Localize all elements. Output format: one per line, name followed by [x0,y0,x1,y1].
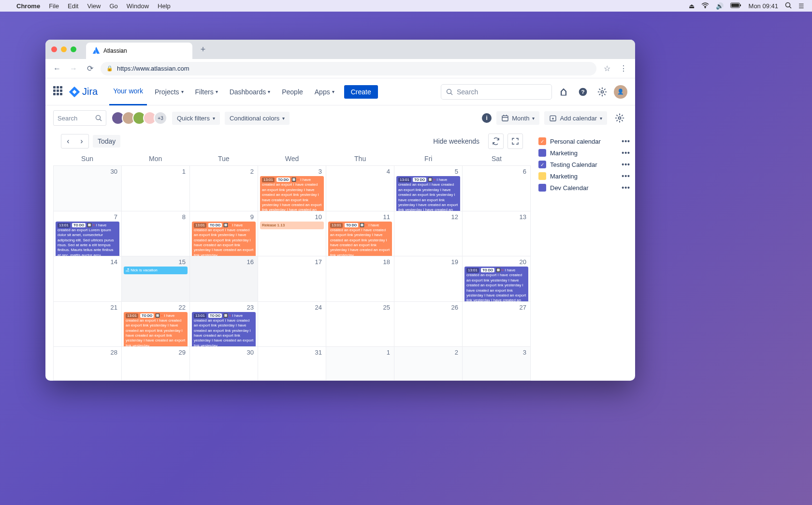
calendar-event[interactable]: 13:01 TO DO 🔲 ≈ I have created an export… [464,267,528,302]
calendar-day-cell[interactable]: 913:01 TO DO 🔲 ≈ I have created an expor… [190,211,258,257]
help-icon[interactable]: ? [575,84,591,100]
calendar-day-cell[interactable]: 513:01 TO DO 🔲 ≈ I have created an expor… [394,166,463,211]
calendar-day-cell[interactable]: 17 [258,256,326,302]
mac-menu-file[interactable]: File [49,2,59,10]
nav-apps[interactable]: Apps▾ [311,78,338,105]
calendar-day-cell[interactable]: 6 [463,166,531,211]
spotlight-icon[interactable] [785,2,792,10]
battery-icon[interactable] [730,2,742,10]
calendar-day-cell[interactable]: 31 [258,347,326,381]
bookmark-star-icon[interactable]: ☆ [601,64,613,73]
close-window-button[interactable] [51,46,57,52]
calendar-day-cell[interactable]: 3 [463,347,531,381]
calendar-event[interactable]: 13:01 TO DO 🔲 ≈ I have created an export… [192,222,256,257]
wifi-icon[interactable] [701,2,709,10]
calendar-day-cell[interactable]: 29 [122,347,190,381]
calendar-search-input[interactable]: Search [53,110,106,126]
calendar-day-cell[interactable]: 8 [122,211,190,257]
jira-logo[interactable]: Jira [69,86,98,98]
calendar-day-cell[interactable]: 14 [54,256,122,302]
control-center-icon[interactable]: ☰ [798,2,804,10]
url-bar[interactable]: 🔒 https://www.atlassian.com [101,62,596,75]
calendar-day-cell[interactable]: 30 [190,347,258,381]
app-switcher-icon[interactable] [53,86,65,98]
back-button[interactable]: ← [51,63,63,74]
calendar-day-cell[interactable]: 30 [54,166,122,211]
maximize-window-button[interactable] [71,46,76,52]
calendar-day-cell[interactable]: 10Release 1.13 [258,211,326,257]
new-tab-button[interactable]: + [196,43,210,56]
calendar-event[interactable]: 13:01 TO DO 🔲 ≈ I have created an export… [192,312,256,347]
mac-menu-help[interactable]: Help [158,2,171,10]
calendar-event[interactable]: 13:01 TO DO 🔲 ≈ I have created an export… [328,222,392,257]
avatar-overflow[interactable]: +3 [154,111,167,125]
calendar-day-cell[interactable]: 12 [394,211,463,257]
notifications-icon[interactable] [556,84,571,100]
next-period-button[interactable]: › [75,134,88,148]
global-search-input[interactable]: Search [441,84,552,100]
calendar-event[interactable]: 13:01 TO DO 🔲 ≈ I have created an export… [396,176,460,211]
mac-menu-go[interactable]: Go [109,2,117,10]
calendar-event[interactable]: 13:01 TO DO 🔲 ≈ I have created an export… [56,222,119,257]
calendar-event[interactable]: Release 1.13 [260,222,324,229]
calendar-day-cell[interactable]: 1113:01 TO DO 🔲 ≈ I have created an expo… [326,211,394,257]
nav-your-work[interactable]: Your work [109,78,147,105]
add-calendar-button[interactable]: Add calendar▾ [544,111,607,125]
legend-more-icon[interactable]: ••• [622,137,630,145]
nav-dashboards[interactable]: Dashboards▾ [226,78,275,105]
user-avatar[interactable]: 👤 [614,85,627,99]
refresh-button[interactable] [488,134,504,149]
prev-period-button[interactable]: ‹ [61,134,75,148]
browser-tab[interactable]: Atlassian [86,43,192,59]
legend-checkbox[interactable]: ✓ [538,137,546,145]
mac-menu-edit[interactable]: Edit [68,2,78,10]
legend-more-icon[interactable]: ••• [622,161,630,168]
quick-filters-button[interactable]: Quick filters▾ [172,112,220,125]
legend-item[interactable]: Marketing••• [538,170,630,182]
calendar-day-cell[interactable]: 18 [326,256,394,302]
legend-checkbox[interactable] [538,172,546,180]
mac-clock[interactable]: Mon 09:41 [749,2,778,10]
view-month-selector[interactable]: Month▾ [496,111,539,125]
legend-more-icon[interactable]: ••• [622,172,630,180]
conditional-colors-button[interactable]: Conditional colors▾ [225,112,290,125]
calendar-event[interactable]: 🏖 Nick is vacation [124,267,188,274]
volume-icon[interactable]: 🔊 [716,2,724,10]
calendar-settings-gear-icon[interactable] [612,110,627,126]
forward-button[interactable]: → [68,63,79,74]
legend-item[interactable]: ✓Testing Calendar••• [538,159,630,170]
calendar-day-cell[interactable]: 1 [122,166,190,211]
mac-app-name[interactable]: Chrome [16,2,40,10]
legend-item[interactable]: ✓Personal calendar••• [538,135,630,147]
calendar-day-cell[interactable]: 21 [54,302,122,347]
legend-checkbox[interactable] [538,149,546,157]
info-badge-icon[interactable]: i [482,113,492,123]
calendar-day-cell[interactable]: 16 [190,256,258,302]
minimize-window-button[interactable] [61,46,67,52]
nav-filters[interactable]: Filters▾ [191,78,222,105]
legend-item[interactable]: Dev Calendar••• [538,182,630,193]
calendar-day-cell[interactable]: 26 [394,302,463,347]
calendar-day-cell[interactable]: 2013:01 TO DO 🔲 ≈ I have created an expo… [463,256,531,302]
calendar-event[interactable]: 13:01 TO DO 🔲 ≈ I have created an export… [124,312,188,347]
avatar-stack[interactable]: +3 [111,111,167,125]
mac-menu-view[interactable]: View [87,2,101,10]
nav-projects[interactable]: Projects▾ [151,78,188,105]
calendar-day-cell[interactable]: 4 [326,166,394,211]
calendar-day-cell[interactable]: 15🏖 Nick is vacation [122,256,190,302]
calendar-day-cell[interactable]: 313:01 TO DO 🔲 ≈ I have created an expor… [258,166,326,211]
airplay-icon[interactable]: ⏏ [689,2,695,10]
calendar-day-cell[interactable]: 24 [258,302,326,347]
calendar-day-cell[interactable]: 2313:01 TO DO 🔲 ≈ I have created an expo… [190,302,258,347]
legend-more-icon[interactable]: ••• [622,149,630,157]
legend-checkbox[interactable] [538,184,546,192]
reload-button[interactable]: ⟳ [84,63,96,74]
fullscreen-button[interactable] [508,134,523,149]
create-button[interactable]: Create [344,85,378,99]
calendar-day-cell[interactable]: 1 [326,347,394,381]
calendar-event[interactable]: 13:01 TO DO 🔲 ≈ I have created an export… [260,176,324,211]
calendar-day-cell[interactable]: 27 [463,302,531,347]
calendar-day-cell[interactable]: 13 [463,211,531,257]
calendar-day-cell[interactable]: 28 [54,347,122,381]
browser-menu-icon[interactable]: ⋮ [618,64,629,73]
